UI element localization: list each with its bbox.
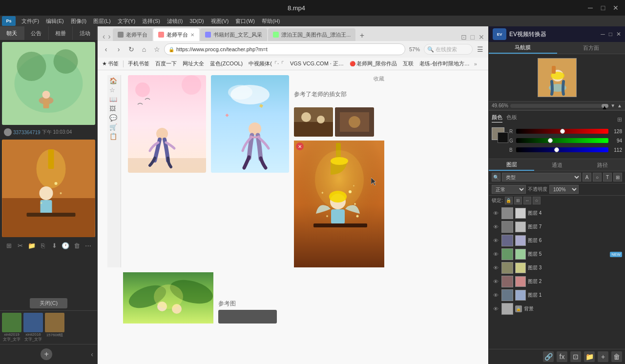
layer-item-3[interactable]: 👁 图层 3 xyxy=(489,261,625,275)
action-cut-icon[interactable]: ✂ xyxy=(16,241,25,250)
link-layers-btn[interactable]: 🔗 xyxy=(543,351,554,362)
browser-min-btn[interactable]: ⊡ xyxy=(461,33,467,41)
layer-tool-icon-c[interactable]: T xyxy=(603,173,612,182)
action-screen-icon[interactable]: ⊞ xyxy=(5,241,14,250)
add-effect-btn[interactable]: fx xyxy=(557,351,567,362)
browser-tab-2[interactable]: 书籍封面_文艺_风采 xyxy=(200,28,267,41)
b-thumb[interactable] xyxy=(554,147,559,152)
bookmark-item-5[interactable]: 中视频体(「·「 xyxy=(247,60,286,67)
gallery-item-2[interactable] xyxy=(2,140,95,237)
blend-mode-select[interactable]: 正常 xyxy=(492,185,526,194)
layer-type-select[interactable]: 类型 xyxy=(502,173,581,182)
bookmark-item-6[interactable]: VGS VCG.COM · 正… xyxy=(289,60,345,67)
layer-eye-4[interactable]: 👁 xyxy=(492,209,500,217)
add-button[interactable]: + xyxy=(41,348,52,360)
layer-item-5[interactable]: 👁 图层 5 NEW xyxy=(489,247,625,261)
new-tab-button[interactable]: + xyxy=(356,30,367,41)
close-button[interactable]: ✕ xyxy=(612,4,619,11)
tab-公告[interactable]: 公告 xyxy=(24,26,49,40)
menu-3d[interactable]: 3D(D) xyxy=(187,16,207,26)
g-thumb[interactable] xyxy=(548,138,553,143)
brown-illustration[interactable]: ✦ ✦ xyxy=(294,141,384,267)
layer-item-7[interactable]: 👁 图层 7 xyxy=(489,220,625,234)
zoom-slider[interactable]: ▲ xyxy=(510,104,608,108)
ps-canvas-thumbnail[interactable] xyxy=(538,58,577,97)
search-box[interactable]: 🔍 在线搜索 xyxy=(424,44,473,55)
ref-photo-1[interactable] xyxy=(294,107,333,137)
menu-filter[interactable]: 滤镜(I) xyxy=(164,16,186,26)
layer-eye-5[interactable]: 👁 xyxy=(492,250,500,258)
gallery-item-1[interactable] xyxy=(2,42,95,125)
color-tab-颜色[interactable]: 颜色 xyxy=(492,114,502,122)
action-folder-icon[interactable]: 📁 xyxy=(27,241,36,250)
layer-item-4[interactable]: 👁 图层 4 xyxy=(489,206,625,220)
zoom-up-btn[interactable]: ▲ xyxy=(617,103,622,108)
walk-illus-card-2[interactable] xyxy=(211,75,289,173)
layer-item-2[interactable]: 👁 图层 2 xyxy=(489,275,625,288)
browser-tab-3[interactable]: 漂泊王国_美图作品_漂泊王... xyxy=(268,28,355,41)
menu-window[interactable]: 窗口(W) xyxy=(232,16,258,26)
bookmark-item-9[interactable]: 老练-创作时限地方… xyxy=(418,60,471,67)
layer-eye-bg[interactable]: 👁 xyxy=(492,305,500,313)
create-group-btn[interactable]: 📁 xyxy=(584,351,595,362)
tool-star[interactable]: ☆ xyxy=(109,86,119,94)
tool-note[interactable]: 📋 xyxy=(109,133,119,140)
bookmark-item-0[interactable]: ★ 书签 xyxy=(101,60,120,67)
layer-eye-3[interactable]: 👁 xyxy=(492,264,500,272)
bookmark-item-3[interactable]: 网址大全 xyxy=(181,60,206,67)
bookmark-item-7[interactable]: 🔴 老师网_限你作品 xyxy=(348,60,398,67)
menu-edit[interactable]: 编辑(E) xyxy=(43,16,67,26)
taskbar-thumb-3[interactable] xyxy=(45,313,64,332)
delete-layer-btn[interactable]: 🗑 xyxy=(611,351,622,362)
maximize-button[interactable]: □ xyxy=(600,4,606,11)
tab-朝天[interactable]: 朝天 xyxy=(0,26,24,40)
browser-tab-0[interactable]: 老师平台 xyxy=(113,28,152,41)
tool-chat[interactable]: 💬 xyxy=(109,114,119,121)
menu-text[interactable]: 文字(Y) xyxy=(115,16,139,26)
layer-eye-1[interactable]: 👁 xyxy=(492,291,500,299)
browser-max-btn[interactable]: □ xyxy=(471,33,475,41)
nav-home-btn[interactable]: ⌂ xyxy=(139,44,149,55)
action-more-icon[interactable]: ⋯ xyxy=(83,241,92,250)
bookmark-item-1[interactable]: 手机书签 xyxy=(126,60,151,67)
bg-swatch[interactable] xyxy=(498,132,508,143)
tool-img[interactable]: 🖼 xyxy=(109,105,119,112)
ev-min[interactable]: ─ xyxy=(601,31,605,38)
minimize-button[interactable]: ─ xyxy=(587,4,594,11)
lock-icon-1[interactable]: 🔒 xyxy=(505,197,513,204)
new-layer-btn[interactable]: + xyxy=(598,351,608,362)
browser-tab-1[interactable]: 老师平台 ✕ xyxy=(153,28,199,41)
lock-icon-3[interactable]: ↔ xyxy=(523,197,531,204)
tool-cart[interactable]: 🛒 xyxy=(109,123,119,131)
r-slider[interactable] xyxy=(516,129,608,134)
layer-item-bg[interactable]: 👁 🔒 背景 xyxy=(489,302,625,316)
zoom-slider-up[interactable]: ▲ xyxy=(602,104,608,108)
taskbar-thumb-2[interactable] xyxy=(23,313,43,332)
layer-eye-2[interactable]: 👁 xyxy=(492,278,500,285)
tab-close-1[interactable]: ✕ xyxy=(190,32,194,38)
menu-layer[interactable]: 图层(L) xyxy=(90,16,113,26)
action-copy-icon[interactable]: ⎘ xyxy=(39,241,47,250)
user-link[interactable]: 3373364719 xyxy=(13,130,41,135)
layer-item-6[interactable]: 👁 图层 6 xyxy=(489,234,625,247)
r-thumb[interactable] xyxy=(560,129,565,134)
tab-相册[interactable]: 相册 xyxy=(49,26,73,40)
nav-star-btn[interactable]: ☆ xyxy=(151,44,162,55)
taskbar-thumb-1[interactable] xyxy=(2,313,21,332)
tool-browse[interactable]: 🏠 xyxy=(109,77,119,84)
ev-close[interactable]: ✕ xyxy=(616,31,621,38)
menu-view[interactable]: 视图(V) xyxy=(208,16,232,26)
b-slider[interactable] xyxy=(516,147,608,152)
lock-icon-2[interactable]: ⊞ xyxy=(514,197,522,204)
path-tab[interactable]: 路径 xyxy=(580,159,625,171)
nav-refresh-btn[interactable]: ↻ xyxy=(126,44,137,55)
bookmark-item-4[interactable]: 蓝色(ZCOOL) xyxy=(208,60,244,67)
forward-button[interactable]: › xyxy=(107,32,111,41)
layer-tool-icon-d[interactable]: ⊞ xyxy=(613,173,622,182)
layer-tool-search[interactable]: 🔍 xyxy=(492,173,500,182)
add-mask-btn[interactable]: ⊡ xyxy=(570,351,581,362)
layer-tab[interactable]: 图层 xyxy=(489,159,534,171)
layer-eye-6[interactable]: 👁 xyxy=(492,237,500,244)
menu-image[interactable]: 图像(I) xyxy=(68,16,89,26)
ps-tab-0[interactable]: 马航膜 xyxy=(489,42,557,54)
